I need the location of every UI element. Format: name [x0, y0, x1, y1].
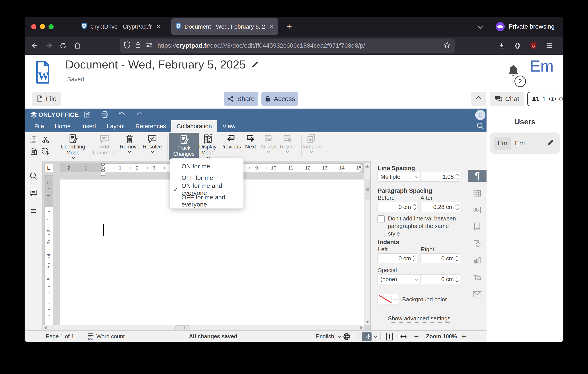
url-text[interactable]: https://cryptpad.fr/doc/#/3/doc/edit/ff0…	[158, 42, 441, 49]
tab-view[interactable]: View	[217, 120, 241, 132]
shape-settings-tab[interactable]	[468, 237, 486, 249]
minimize-window-button[interactable]	[40, 24, 45, 29]
comments-panel-icon[interactable]	[29, 188, 38, 198]
language-selector[interactable]: English	[316, 331, 341, 342]
file-menu-button[interactable]: File	[32, 92, 61, 106]
indent-left-spinner[interactable]: 0 cm	[378, 253, 417, 263]
mail-merge-settings-tab[interactable]	[468, 288, 486, 301]
image-settings-tab[interactable]	[468, 204, 486, 216]
resolve-comment-button[interactable]: Resolve	[137, 134, 168, 153]
tab-home[interactable]: Home	[49, 120, 76, 132]
select-all-icon[interactable]	[41, 147, 50, 156]
print-icon[interactable]	[100, 110, 109, 119]
spinner-arrows[interactable]	[456, 174, 458, 180]
tab-references[interactable]: References	[130, 120, 171, 132]
table-settings-tab[interactable]	[468, 187, 486, 199]
coediting-mode-button[interactable]: Co-editing Mode	[57, 134, 88, 159]
chevron-down-icon[interactable]	[393, 294, 398, 304]
horizontal-scroll-thumb[interactable]	[176, 325, 190, 330]
paragraph-settings-tab[interactable]: ¶	[468, 170, 486, 182]
scroll-up-arrow[interactable]	[365, 165, 369, 167]
compare-button[interactable]: Compare	[296, 134, 327, 153]
spinner-arrows[interactable]	[456, 204, 458, 210]
special-amount-spinner[interactable]: 0 cm	[420, 274, 460, 284]
tab-file[interactable]: File	[29, 120, 49, 132]
close-tab-icon[interactable]: ✕	[269, 23, 274, 30]
dont-add-interval-checkbox[interactable]	[378, 215, 385, 222]
reload-icon[interactable]	[58, 41, 68, 51]
find-icon[interactable]	[29, 171, 38, 181]
header-footer-settings-tab[interactable]	[468, 220, 486, 233]
background-color-picker[interactable]	[378, 294, 398, 304]
new-tab-button[interactable]: +	[286, 21, 292, 32]
scroll-left-arrow[interactable]	[44, 326, 47, 330]
menu-item-off-for-me[interactable]: OFF for me	[170, 172, 243, 184]
back-icon[interactable]	[30, 41, 40, 51]
special-select[interactable]: (none)	[378, 274, 420, 284]
paste-icon[interactable]	[29, 147, 38, 156]
downloads-icon[interactable]	[497, 41, 506, 51]
account-avatar[interactable]: Em	[530, 57, 554, 75]
chat-button[interactable]: Chat	[490, 92, 524, 106]
share-button[interactable]: Share	[224, 92, 258, 106]
page-indicator[interactable]: Page 1 of 1	[46, 331, 74, 342]
line-spacing-amount-spinner[interactable]: 1.08	[420, 172, 460, 182]
close-window-button[interactable]	[31, 24, 36, 29]
maximize-window-button[interactable]	[49, 24, 54, 29]
tab-insert[interactable]: Insert	[76, 120, 102, 132]
v-ruler[interactable]: 21123456	[44, 175, 53, 329]
spinner-arrows[interactable]	[456, 255, 458, 262]
scroll-right-arrow[interactable]	[360, 326, 363, 330]
spinner-arrows[interactable]	[413, 204, 415, 210]
bookmark-star-icon[interactable]	[443, 42, 451, 50]
access-button[interactable]: Access	[262, 92, 298, 106]
cut-icon[interactable]	[41, 135, 50, 144]
rename-pencil-icon[interactable]	[251, 61, 259, 68]
extensions-icon[interactable]	[513, 41, 522, 51]
notifications-bell-icon[interactable]: 2	[506, 64, 520, 80]
url-bar[interactable]: https://cryptpad.fr/doc/#/3/doc/edit/ff0…	[120, 39, 455, 53]
track-changes-status-button[interactable]	[362, 331, 377, 342]
indent-right-spinner[interactable]: 0 cm	[420, 253, 460, 263]
vertical-scroll-thumb[interactable]	[365, 179, 370, 199]
document-title[interactable]: Document - Wed, February 5, 2025	[65, 58, 259, 71]
save-icon[interactable]	[83, 110, 92, 119]
edit-name-pencil-icon[interactable]	[546, 139, 554, 147]
tab-stop-selector[interactable]: L	[44, 164, 53, 172]
zoom-in-button[interactable]: +	[462, 331, 466, 342]
spinner-arrows[interactable]	[456, 276, 458, 282]
word-count-button[interactable]: 123 Word count	[87, 331, 125, 342]
line-spacing-select[interactable]: Multiple	[378, 172, 420, 182]
menu-item-on-for-me[interactable]: ON for me	[170, 161, 243, 172]
textart-settings-tab[interactable]: Ta	[468, 271, 486, 284]
zoom-out-button[interactable]: −	[414, 331, 419, 342]
indent-marker[interactable]	[101, 163, 105, 177]
redo-icon[interactable]	[135, 110, 144, 119]
tracking-protection-shield-icon[interactable]	[124, 41, 130, 50]
chart-settings-tab[interactable]	[468, 254, 486, 266]
editor-user-avatar[interactable]: E	[475, 110, 485, 120]
tab-collaboration[interactable]: Collaboration	[171, 120, 217, 132]
show-advanced-settings-link[interactable]: Show advanced settings	[371, 315, 468, 322]
collapse-toolbar-button[interactable]	[471, 92, 486, 106]
browser-tab-cryptdrive[interactable]: CryptDrive - CryptPad.fr ✕	[77, 18, 165, 35]
scroll-down-arrow[interactable]	[365, 321, 369, 323]
horizontal-scrollbar[interactable]	[42, 325, 365, 330]
menu-item-on-for-everyone[interactable]: ✓ ON for me and everyone	[170, 184, 243, 195]
list-tabs-chevron-icon[interactable]	[477, 23, 482, 30]
editor-search-icon[interactable]	[476, 121, 484, 131]
spacing-before-spinner[interactable]: 0 cm	[378, 202, 417, 212]
spacing-after-spinner[interactable]: 0.28 cm	[420, 202, 460, 212]
browser-tab-document[interactable]: Document - Wed, February 5, 2 ✕	[171, 18, 278, 35]
permissions-icon[interactable]	[146, 42, 153, 49]
connection-lock-icon[interactable]	[135, 42, 141, 50]
spinner-arrows[interactable]	[413, 255, 415, 262]
user-list-item[interactable]: Em Em	[490, 133, 560, 154]
copy-icon[interactable]	[29, 135, 38, 144]
menu-item-off-for-everyone[interactable]: OFF for me and everyone	[170, 195, 243, 207]
user-count-indicator[interactable]: 1 0	[527, 92, 563, 106]
fit-width-button[interactable]	[399, 331, 408, 342]
document-title-text[interactable]: Document - Wed, February 5, 2025	[65, 58, 246, 71]
home-icon[interactable]	[73, 41, 82, 51]
undo-icon[interactable]	[117, 110, 126, 119]
